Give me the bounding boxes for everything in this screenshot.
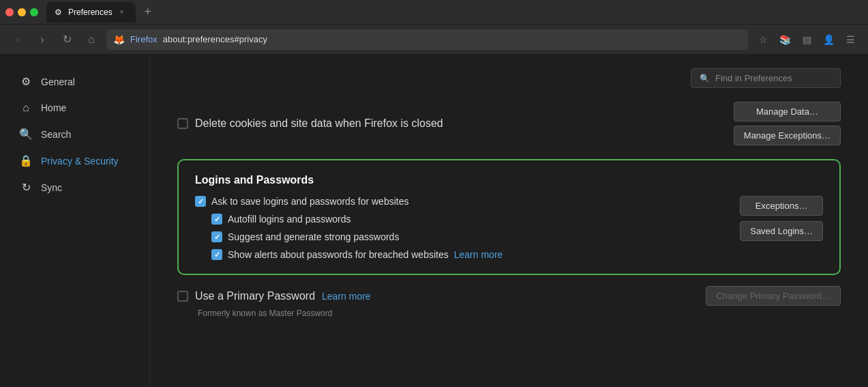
formerly-known-text: Formerly known as Master Password xyxy=(177,309,841,318)
cookies-left: Delete cookies and site data when Firefo… xyxy=(177,117,443,130)
manage-data-button[interactable]: Manage Data… xyxy=(734,102,841,121)
tab-close-button[interactable]: × xyxy=(117,7,128,18)
search-icon: 🔍 xyxy=(19,128,33,141)
nav-right-icons: ☆ 📚 ▤ 👤 ☰ xyxy=(753,30,860,49)
cookies-section: Delete cookies and site data when Firefo… xyxy=(177,102,841,145)
ask-save-row: Ask to save logins and passwords for web… xyxy=(195,196,503,207)
home-button[interactable]: ⌂ xyxy=(82,30,101,49)
sidebar-item-privacy[interactable]: 🔒 Privacy & Security xyxy=(5,147,144,174)
sidebar-item-sync[interactable]: ↻ Sync xyxy=(5,174,144,201)
saved-logins-button[interactable]: Saved Logins… xyxy=(740,221,823,241)
find-preferences-input[interactable] xyxy=(715,73,832,83)
tab-title: Preferences xyxy=(68,8,113,17)
sidebar-item-general[interactable]: ⚙ General xyxy=(5,68,144,95)
primary-password-section: Use a Primary Password Learn more Change… xyxy=(177,286,841,318)
alerts-checkbox[interactable] xyxy=(211,249,222,260)
traffic-lights xyxy=(5,8,38,16)
sidebar-toggle-button[interactable]: ▤ xyxy=(797,30,816,49)
logins-left: Ask to save logins and passwords for web… xyxy=(195,196,503,260)
address-text: about:preferences#privacy xyxy=(163,34,267,44)
primary-password-learn-more-link[interactable]: Learn more xyxy=(322,291,371,302)
gear-icon: ⚙ xyxy=(19,75,33,88)
logins-content: Ask to save logins and passwords for web… xyxy=(195,196,823,260)
logins-right: Exceptions… Saved Logins… xyxy=(740,196,823,241)
find-bar: 🔍 xyxy=(177,68,841,88)
autofill-row: Autofill logins and passwords xyxy=(195,214,503,225)
primary-password-label: Use a Primary Password xyxy=(195,290,315,302)
sidebar-item-label: General xyxy=(41,76,75,87)
suggest-row: Suggest and generate strong passwords xyxy=(195,231,503,242)
nav-bar: ‹ › ↻ ⌂ 🦊 Firefox about:preferences#priv… xyxy=(0,25,868,55)
forward-button[interactable]: › xyxy=(33,30,52,49)
ask-save-label: Ask to save logins and passwords for web… xyxy=(211,196,408,207)
primary-pw-row: Use a Primary Password Learn more Change… xyxy=(177,286,841,306)
sidebar-item-label: Sync xyxy=(41,182,62,193)
browser-label: Firefox xyxy=(130,34,158,44)
tab-favicon: ⚙ xyxy=(55,8,64,17)
change-primary-password-button[interactable]: Change Primary Password… xyxy=(706,286,841,306)
maximize-button[interactable] xyxy=(30,8,38,16)
content-area: 🔍 Delete cookies and site data when Fire… xyxy=(150,55,868,387)
autofill-checkbox[interactable] xyxy=(211,214,222,225)
cookies-row: Delete cookies and site data when Firefo… xyxy=(177,102,841,145)
minimize-button[interactable] xyxy=(18,8,26,16)
suggest-label: Suggest and generate strong passwords xyxy=(228,231,399,242)
menu-button[interactable]: ☰ xyxy=(841,30,860,49)
home-icon: ⌂ xyxy=(19,102,33,114)
bookmark-button[interactable]: ☆ xyxy=(753,30,773,49)
cookies-buttons: Manage Data… Manage Exceptions… xyxy=(734,102,841,145)
sidebar: ⚙ General ⌂ Home 🔍 Search 🔒 Privacy & Se… xyxy=(0,55,150,387)
sync-icon: ↻ xyxy=(19,181,33,194)
account-button[interactable]: 👤 xyxy=(819,30,838,49)
manage-exceptions-button[interactable]: Manage Exceptions… xyxy=(734,126,841,145)
find-input-wrapper[interactable]: 🔍 xyxy=(691,68,841,88)
alerts-learn-more-link[interactable]: Learn more xyxy=(454,249,503,260)
address-bar[interactable]: 🦊 Firefox about:preferences#privacy xyxy=(106,29,748,50)
close-button[interactable] xyxy=(5,8,14,16)
exceptions-button[interactable]: Exceptions… xyxy=(740,196,823,216)
sidebar-item-search[interactable]: 🔍 Search xyxy=(5,121,144,147)
back-button[interactable]: ‹ xyxy=(8,30,27,49)
active-tab[interactable]: ⚙ Preferences × xyxy=(46,2,136,23)
sidebar-item-label: Home xyxy=(41,102,66,113)
suggest-checkbox[interactable] xyxy=(211,231,222,242)
delete-cookies-label: Delete cookies and site data when Firefo… xyxy=(195,117,443,130)
ask-save-checkbox[interactable] xyxy=(195,196,206,207)
find-search-icon: 🔍 xyxy=(700,74,710,83)
logins-section: Logins and Passwords Ask to save logins … xyxy=(177,159,841,275)
logins-section-title: Logins and Passwords xyxy=(195,174,823,186)
reload-button[interactable]: ↻ xyxy=(57,30,76,49)
alerts-label: Show alerts about passwords for breached… xyxy=(228,249,449,260)
primary-password-checkbox[interactable] xyxy=(177,291,188,302)
tab-bar: ⚙ Preferences × + xyxy=(46,2,863,23)
autofill-label: Autofill logins and passwords xyxy=(228,214,351,225)
sidebar-item-home[interactable]: ⌂ Home xyxy=(5,95,144,121)
alerts-row: Show alerts about passwords for breached… xyxy=(195,249,503,260)
library-button[interactable]: 📚 xyxy=(775,30,794,49)
title-bar: ⚙ Preferences × + xyxy=(0,0,868,25)
lock-icon: 🔒 xyxy=(19,154,33,167)
new-tab-button[interactable]: + xyxy=(138,3,158,22)
main-content: ⚙ General ⌂ Home 🔍 Search 🔒 Privacy & Se… xyxy=(0,55,868,387)
sidebar-item-label: Search xyxy=(41,129,71,140)
delete-cookies-checkbox[interactable] xyxy=(177,118,188,129)
primary-pw-left: Use a Primary Password Learn more xyxy=(177,290,371,302)
sidebar-item-label: Privacy & Security xyxy=(41,156,119,167)
firefox-icon: 🦊 xyxy=(113,34,125,45)
